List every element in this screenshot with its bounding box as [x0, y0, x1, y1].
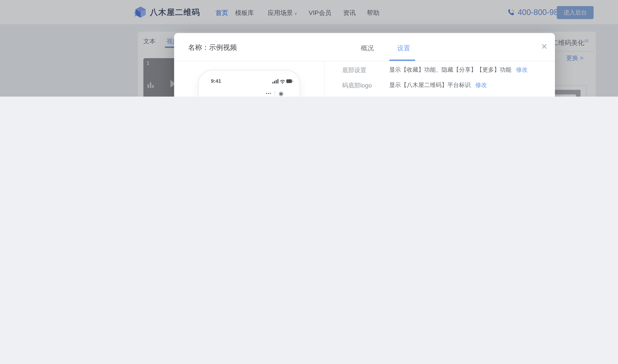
- statusbar-icons: [272, 78, 294, 84]
- divider: [174, 61, 555, 61]
- close-icon[interactable]: ✕: [541, 42, 548, 52]
- tab-settings[interactable]: 设置: [397, 44, 410, 53]
- divider: [324, 61, 325, 97]
- more-dots-icon[interactable]: •••: [266, 91, 272, 96]
- code-logo-label: 码底部logo: [342, 81, 372, 90]
- miniprogram-capsule[interactable]: ••• ◉: [266, 90, 283, 97]
- phone-preview: 9:41 ••• ◉ 这是一个示例视频 00:03: [198, 70, 300, 97]
- modal-title: 名称：示例视频: [188, 43, 237, 52]
- video-settings-modal: 名称：示例视频 概况 设置 ✕ 9:41 •••: [174, 33, 555, 97]
- capsule-target-icon[interactable]: ◉: [279, 90, 283, 97]
- tab-overview[interactable]: 概况: [361, 44, 374, 53]
- bottom-setting-label: 底部设置: [342, 66, 366, 75]
- code-logo-row: 显示【八木屋二维码】平台标识 修改: [389, 81, 487, 89]
- bottom-setting-value: 显示【收藏】功能、隐藏【分享】【更多】功能: [389, 66, 511, 74]
- divider: [275, 91, 275, 96]
- active-tab-underline: [389, 60, 415, 61]
- bottom-setting-row: 显示【收藏】功能、隐藏【分享】【更多】功能 修改: [389, 66, 528, 74]
- app-root: 八木屋二维码 首页 模板库 应用场景∨ VIP会员 资讯 帮助 400-800-…: [0, 0, 618, 97]
- statusbar-time: 9:41: [211, 78, 221, 84]
- code-logo-value: 显示【八木屋二维码】平台标识: [389, 81, 471, 89]
- modify-link[interactable]: 修改: [475, 81, 487, 89]
- modify-link[interactable]: 修改: [516, 66, 528, 74]
